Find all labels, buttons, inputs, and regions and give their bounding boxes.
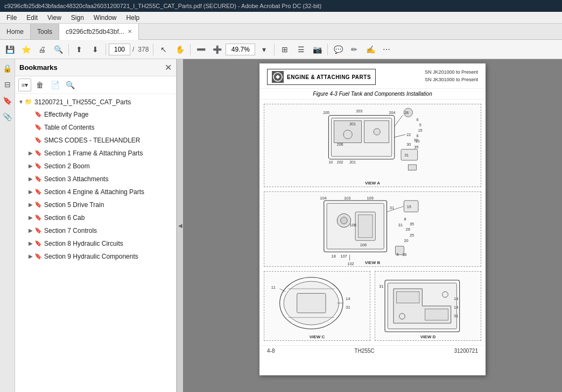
section7-expand-icon[interactable]: ▶ bbox=[27, 227, 34, 233]
bookmarks-close-button[interactable]: ✕ bbox=[165, 62, 172, 73]
page-navigation: / 378 bbox=[109, 44, 150, 55]
section9-expand-icon[interactable]: ▶ bbox=[27, 253, 34, 259]
bookmark-section9[interactable]: ▶ 🔖 Section 9 Hydraulic Components bbox=[15, 251, 176, 263]
attachment-icon[interactable]: 📎 bbox=[2, 111, 13, 123]
tree-root-item[interactable]: ▼ 📁 31200721_I_TH255C_CAT_Parts bbox=[15, 96, 176, 109]
search-bookmark-button[interactable]: 🔍 bbox=[64, 79, 76, 91]
snapshot-button[interactable]: 📷 bbox=[310, 42, 325, 57]
svg-point-6 bbox=[374, 129, 380, 135]
comment-button[interactable]: 💬 bbox=[331, 42, 346, 57]
svg-text:15: 15 bbox=[418, 129, 423, 133]
svg-text:30: 30 bbox=[406, 142, 411, 147]
menu-view[interactable]: View bbox=[43, 13, 66, 23]
svg-text:31: 31 bbox=[454, 313, 458, 318]
delete-bookmark-button[interactable]: 🗑 bbox=[33, 79, 46, 91]
hand-tool-button[interactable]: ✋ bbox=[172, 42, 187, 57]
svg-rect-73 bbox=[425, 309, 448, 320]
bookmark-section4[interactable]: ▶ 🔖 Section 4 Engine & Attaching Parts bbox=[15, 186, 176, 199]
bookmark-smcs[interactable]: 🔖 SMCS CODES - TELEHANDLER bbox=[15, 134, 176, 147]
bookmark-icon-7: 🔖 bbox=[34, 201, 42, 208]
bookmark-effectivity[interactable]: 🔖 Effectivity Page bbox=[15, 109, 176, 122]
cursor-tool-button[interactable]: ↖ bbox=[156, 42, 171, 57]
menu-sign[interactable]: Sign bbox=[67, 13, 88, 23]
svg-text:31: 31 bbox=[404, 153, 409, 158]
diagram-view-d: 31 14 14 31 VIEW D bbox=[375, 271, 481, 341]
bookmark-label-0: Effectivity Page bbox=[44, 110, 172, 119]
view-d-label: VIEW D bbox=[420, 334, 435, 339]
fit-page-button[interactable]: ⊞ bbox=[277, 42, 292, 57]
sn1: SN JK201000 to Present bbox=[425, 69, 478, 76]
bookmarks-title: Bookmarks bbox=[19, 63, 58, 72]
title-bar: c9296cfb25db43bfadac48320cfaa26031200721… bbox=[0, 0, 562, 12]
menu-file[interactable]: File bbox=[2, 13, 21, 23]
bookmarks-icon[interactable]: 🔖 bbox=[2, 95, 13, 106]
more-tools-button[interactable]: ⋯ bbox=[379, 42, 394, 57]
panel-collapse-handle[interactable]: ◀ bbox=[177, 59, 183, 392]
bookmark-section3[interactable]: ▶ 🔖 Section 3 Attachments bbox=[15, 173, 176, 186]
menu-edit[interactable]: Edit bbox=[22, 13, 42, 23]
tab-document[interactable]: c9296cfb25db43bf... ✕ bbox=[59, 24, 139, 40]
bookmark-section8[interactable]: ▶ 🔖 Section 8 Hydraulic Circuits bbox=[15, 238, 176, 251]
diagram-row-bottom: 11 14 31 VIEW C bbox=[264, 271, 481, 341]
save-button[interactable]: 💾 bbox=[2, 42, 17, 57]
bookmark-icon-3: 🔖 bbox=[34, 149, 42, 156]
zoom-out-button[interactable]: ➖ bbox=[193, 42, 208, 57]
section6-expand-icon[interactable]: ▶ bbox=[27, 215, 34, 220]
bookmark-add-button[interactable]: ⭐ bbox=[18, 42, 33, 57]
section8-expand-icon[interactable]: ▶ bbox=[27, 240, 34, 246]
prev-view-button[interactable]: ⬆ bbox=[72, 42, 87, 57]
menu-bar: File Edit View Sign Window Help bbox=[0, 12, 562, 24]
page-number-input[interactable] bbox=[109, 44, 130, 55]
svg-rect-29 bbox=[401, 149, 418, 160]
page-thumbnails-icon[interactable]: ⊟ bbox=[2, 79, 13, 90]
new-bookmark-button[interactable]: 📄 bbox=[48, 79, 61, 91]
svg-point-35 bbox=[341, 217, 348, 224]
bookmark-toc[interactable]: 🔖 Table of Contents bbox=[15, 122, 176, 134]
section4-expand-icon[interactable]: ▶ bbox=[27, 189, 34, 195]
signature-button[interactable]: ✍ bbox=[363, 42, 378, 57]
section5-expand-icon[interactable]: ▶ bbox=[27, 202, 34, 208]
tab-close-button[interactable]: ✕ bbox=[128, 28, 132, 34]
svg-rect-72 bbox=[396, 291, 419, 303]
highlight-button[interactable]: ✏ bbox=[347, 42, 362, 57]
section1-expand-icon[interactable]: ▶ bbox=[27, 150, 34, 156]
svg-text:31: 31 bbox=[379, 284, 383, 289]
tab-tools[interactable]: Tools bbox=[31, 24, 59, 39]
bookmark-icon-11: 🔖 bbox=[34, 253, 42, 260]
svg-text:205: 205 bbox=[323, 111, 329, 115]
search-button[interactable]: 🔍 bbox=[51, 42, 66, 57]
section3-expand-icon[interactable]: ▶ bbox=[27, 176, 34, 182]
svg-text:102: 102 bbox=[347, 261, 354, 266]
side-icon-panel: 🔒 ⊟ 🔖 📎 bbox=[0, 59, 15, 392]
bookmark-section5[interactable]: ▶ 🔖 Section 5 Drive Train bbox=[15, 199, 176, 212]
security-icon[interactable]: 🔒 bbox=[2, 62, 13, 74]
print-button[interactable]: 🖨 bbox=[34, 42, 50, 57]
bookmarks-header: Bookmarks ✕ bbox=[15, 59, 176, 76]
svg-text:104: 104 bbox=[320, 196, 326, 201]
bookmark-label-1: Table of Contents bbox=[44, 123, 172, 132]
view-options-button[interactable]: ☰ bbox=[293, 42, 308, 57]
section2-expand-icon[interactable]: ▶ bbox=[27, 163, 34, 169]
zoom-dropdown-button[interactable]: ▾ bbox=[256, 42, 271, 57]
tab-home[interactable]: Home bbox=[0, 24, 31, 39]
bookmark-section1[interactable]: ▶ 🔖 Section 1 Frame & Attaching Parts bbox=[15, 147, 176, 160]
svg-text:108: 108 bbox=[350, 223, 356, 227]
bookmark-label-6: Section 4 Engine & Attaching Parts bbox=[44, 188, 172, 197]
bookmark-label-7: Section 5 Drive Train bbox=[44, 201, 172, 210]
bookmark-section2[interactable]: ▶ 🔖 Section 2 Boom bbox=[15, 160, 176, 173]
zoom-in-button[interactable]: ➕ bbox=[209, 42, 224, 57]
bookmark-label-5: Section 3 Attachments bbox=[44, 175, 172, 184]
diagram-area: 205 204 203 206 201 10 202 201 28 bbox=[259, 99, 486, 345]
footer-page-num: 4-8 bbox=[267, 348, 275, 354]
bookmark-section7[interactable]: ▶ 🔖 Section 7 Controls bbox=[15, 225, 176, 238]
root-expand-icon[interactable]: ▼ bbox=[17, 99, 25, 105]
bookmark-section6[interactable]: ▶ 🔖 Section 6 Cab bbox=[15, 212, 176, 225]
zoom-input[interactable] bbox=[226, 44, 255, 55]
menu-help[interactable]: Help bbox=[122, 13, 144, 23]
menu-window[interactable]: Window bbox=[89, 13, 121, 23]
expand-all-button[interactable]: ≡▾ bbox=[18, 79, 31, 91]
svg-text:31: 31 bbox=[390, 205, 394, 210]
diagram-row-middle: 104 103 109 108 106 18 107 31 bbox=[264, 191, 481, 267]
next-view-button[interactable]: ⬇ bbox=[88, 42, 103, 57]
diagram-view-c: 11 14 31 VIEW C bbox=[264, 271, 370, 341]
